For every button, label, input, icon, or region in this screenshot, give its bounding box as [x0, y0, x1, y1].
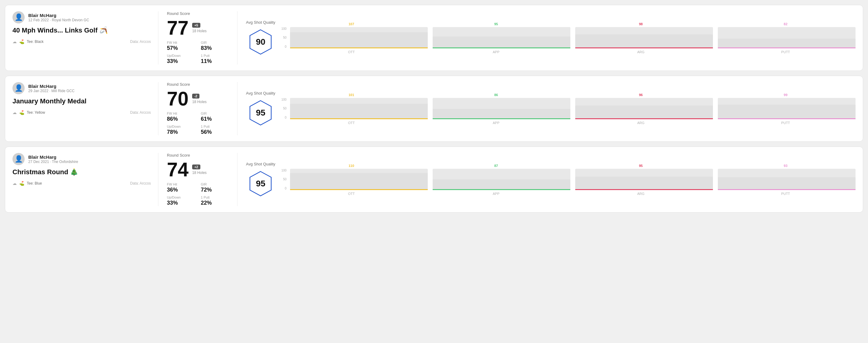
chart-area: 107959882 100 50 0	[282, 22, 856, 54]
player-info: Blair McHarg 27 Dec 2021 · The Oxfordshi…	[28, 154, 78, 164]
round-score-label: Round Score	[167, 82, 229, 87]
score-diff-badge: -2	[192, 94, 199, 98]
bar-value-app: 87	[426, 164, 566, 167]
one-putt-stat: 1 Putt 22%	[201, 195, 229, 206]
fw-hit-label: FW Hit	[167, 112, 195, 115]
bar-app	[433, 27, 570, 48]
hexagon-container: Avg Shot Quality 90	[246, 20, 275, 56]
score-row: 74 +2 18 Holes	[167, 160, 229, 179]
bar-putt	[718, 98, 856, 119]
round-card: 👤 Blair McHarg 12 Feb 2022 · Royal North…	[5, 5, 863, 71]
round-footer: ☁ ⛳ Tee: Blue Data: Arccos	[12, 181, 151, 186]
round-card: 👤 Blair McHarg 27 Dec 2021 · The Oxfords…	[5, 147, 863, 213]
up-down-stat: Up/Down 33%	[167, 54, 195, 64]
score-big: 70	[167, 89, 188, 108]
x-label-putt: PUTT	[716, 50, 856, 54]
tee-info: ☁ ⛳ Tee: Blue	[12, 181, 42, 186]
right-section: Avg Shot Quality 95 101869699 100 50 0	[238, 82, 856, 135]
gir-value: 61%	[201, 116, 229, 122]
round-title: 40 Mph Winds... Links Golf 🪃	[12, 27, 151, 34]
bar-value-ott: 110	[282, 164, 422, 167]
one-putt-stat: 1 Putt 11%	[201, 54, 229, 64]
bar-app	[433, 169, 570, 190]
round-title: January Monthly Medal	[12, 97, 151, 105]
left-section: 👤 Blair McHarg 27 Dec 2021 · The Oxfords…	[12, 153, 158, 206]
player-name: Blair McHarg	[28, 154, 78, 160]
up-down-value: 33%	[167, 200, 195, 206]
fw-hit-value: 36%	[167, 187, 195, 193]
data-source: Data: Arccos	[130, 181, 151, 186]
up-down-stat: Up/Down 33%	[167, 195, 195, 206]
bar-arg	[575, 169, 713, 190]
one-putt-stat: 1 Putt 56%	[201, 125, 229, 135]
bar-value-ott: 101	[282, 93, 422, 97]
fw-hit-label: FW Hit	[167, 41, 195, 44]
hexagon: 95	[247, 170, 274, 197]
one-putt-label: 1 Putt	[201, 125, 229, 128]
gir-stat: GIR 72%	[201, 182, 229, 193]
tee-info: ☁ ⛳ Tee: Black	[12, 39, 43, 44]
gir-value: 83%	[201, 45, 229, 52]
player-meta: 27 Dec 2021 · The Oxfordshire	[28, 160, 78, 164]
bar-putt	[718, 27, 856, 48]
score-row: 70 -2 18 Holes	[167, 89, 229, 108]
one-putt-label: 1 Putt	[201, 195, 229, 199]
score-diff-badge: +2	[192, 164, 200, 169]
cloud-icon: ☁	[12, 39, 17, 44]
player-meta: 12 Feb 2022 · Royal North Devon GC	[28, 18, 89, 22]
score-badge: -2 18 Holes	[192, 94, 207, 104]
x-label-app: APP	[426, 50, 566, 54]
up-down-label: Up/Down	[167, 195, 195, 199]
middle-section: Round Score 74 +2 18 Holes FW Hit 36% GI…	[158, 153, 238, 206]
score-row: 77 +5 18 Holes	[167, 18, 229, 38]
x-label-putt: PUTT	[716, 192, 856, 195]
fw-hit-stat: FW Hit 36%	[167, 182, 195, 193]
avg-shot-quality-label: Avg Shot Quality	[246, 162, 275, 166]
bar-ott	[290, 27, 428, 48]
fw-hit-stat: FW Hit 57%	[167, 41, 195, 52]
gir-label: GIR	[201, 112, 229, 115]
tee-info: ☁ ⛳ Tee: Yellow	[12, 110, 45, 115]
up-down-value: 33%	[167, 58, 195, 64]
right-section: Avg Shot Quality 95 110879593 100 50 0	[238, 153, 856, 206]
avatar-icon: 👤	[14, 155, 23, 163]
up-down-value: 78%	[167, 129, 195, 135]
fw-hit-value: 57%	[167, 45, 195, 52]
score-diff-badge: +5	[192, 23, 200, 28]
up-down-label: Up/Down	[167, 54, 195, 58]
middle-section: Round Score 70 -2 18 Holes FW Hit 86% GI…	[158, 82, 238, 135]
x-label-app: APP	[426, 192, 566, 195]
x-label-ott: OTT	[282, 121, 422, 125]
hex-score: 90	[256, 37, 266, 47]
data-source: Data: Arccos	[130, 39, 151, 44]
bar-ott	[290, 169, 428, 190]
y-axis: 100 50 0	[282, 169, 288, 190]
x-label-app: APP	[426, 121, 566, 125]
hex-score: 95	[256, 179, 266, 189]
data-source: Data: Arccos	[130, 111, 151, 115]
player-name: Blair McHarg	[28, 13, 89, 18]
hexagon: 90	[247, 28, 274, 56]
up-down-stat: Up/Down 78%	[167, 125, 195, 135]
x-label-putt: PUTT	[716, 121, 856, 125]
player-header: 👤 Blair McHarg 12 Feb 2022 · Royal North…	[12, 11, 151, 23]
cloud-icon: ☁	[12, 110, 17, 115]
avg-shot-quality-label: Avg Shot Quality	[246, 20, 275, 25]
middle-section: Round Score 77 +5 18 Holes FW Hit 57% GI…	[158, 11, 238, 64]
stats-grid: FW Hit 57% GIR 83% Up/Down 33% 1 Putt 11…	[167, 41, 229, 64]
tee-icon: ⛳	[19, 181, 24, 186]
bar-arg	[575, 98, 713, 119]
holes-label: 18 Holes	[192, 29, 207, 33]
score-badge: +2 18 Holes	[192, 164, 207, 175]
avatar-icon: 👤	[14, 84, 23, 92]
x-label-arg: ARG	[571, 121, 711, 125]
stats-grid: FW Hit 36% GIR 72% Up/Down 33% 1 Putt 22…	[167, 182, 229, 206]
player-meta: 29 Jan 2022 · Mill Ride GCC	[28, 89, 74, 93]
tee-icon: ⛳	[19, 110, 24, 115]
tee-label: Tee: Black	[27, 39, 43, 44]
bar-value-putt: 82	[716, 22, 856, 26]
holes-label: 18 Holes	[192, 100, 207, 104]
bar-value-arg: 98	[571, 22, 711, 26]
hex-score: 95	[256, 108, 266, 118]
up-down-label: Up/Down	[167, 125, 195, 128]
